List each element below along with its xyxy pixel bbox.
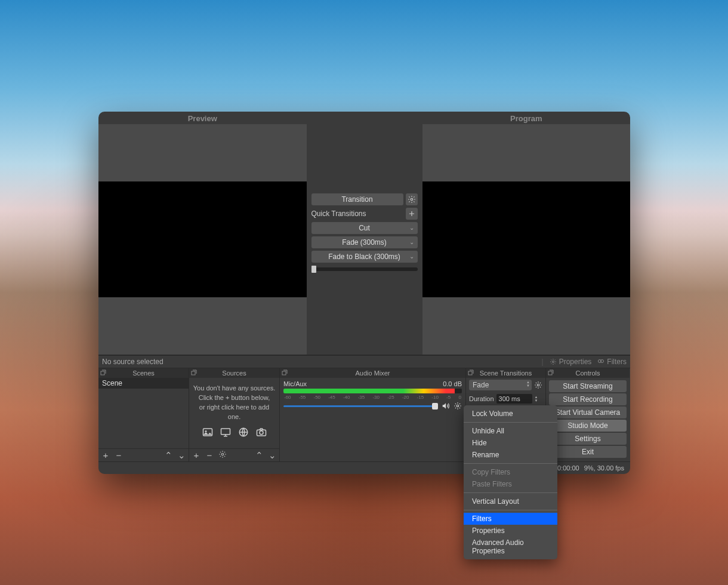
program-pane: Program [422,112,631,355]
studio-mode-button[interactable]: Studio Mode [549,420,627,432]
preview-video-area[interactable] [98,124,307,355]
filter-icon [597,358,604,365]
svg-point-12 [221,453,224,455]
cpu-fps: 9%, 30.00 fps [584,464,624,472]
transition-button[interactable]: Transition [311,193,403,205]
preview-title: Preview [98,112,307,124]
start-streaming-button[interactable]: Start Streaming [549,380,627,392]
remove-scene-button[interactable]: − [114,450,124,460]
context-menu-item[interactable]: Lock Volume [464,408,557,420]
source-down-button[interactable]: ⌄ [267,450,277,461]
scenes-panel: Scenes Scene + − ⌃ ⌄ [98,368,189,461]
sources-panel: Sources You don't have any sources. Clic… [189,368,280,461]
program-canvas [422,181,631,297]
start-virtual-camera-button[interactable]: Start Virtual Camera [549,407,627,418]
svg-point-1 [552,361,554,363]
context-menu-item[interactable]: Filters [464,513,557,525]
duration-stepper[interactable]: ▲▼ [535,395,538,402]
scene-down-button[interactable]: ⌄ [177,450,186,461]
audio-channel-micaux: Mic/Aux 0.0 dB -60-55-50-45-40-35-30-25-… [280,378,465,412]
scene-item[interactable]: Scene [98,378,189,389]
audio-mixer-title: Audio Mixer [355,370,390,377]
undock-icon[interactable] [547,369,554,376]
scenes-title: Scenes [132,370,155,377]
svg-point-0 [411,198,413,201]
svg-rect-5 [192,371,195,375]
source-properties-button[interactable]: Properties [550,358,592,366]
quick-transitions-label: Quick Transitions [311,208,403,219]
undock-icon[interactable] [190,369,198,376]
context-menu-item: Copy Filters [464,466,557,478]
svg-rect-17 [548,371,552,375]
context-menu-item[interactable]: Advanced Audio Properties [464,537,557,557]
exit-button[interactable]: Exit [549,446,627,458]
tbar-handle[interactable] [311,266,316,273]
speaker-icon[interactable] [442,402,450,410]
undock-icon[interactable] [281,369,288,376]
updown-icon: ▲▼ [526,380,530,387]
source-type-icons [193,427,276,438]
transition-properties-button[interactable] [534,381,542,389]
svg-point-16 [537,384,539,386]
gear-icon [408,195,416,204]
preview-pane: Preview [98,112,307,355]
obs-studio-window: Preview Transition Quick Transitions Cut… [98,112,630,474]
svg-rect-13 [282,371,286,375]
audio-volume-slider[interactable] [283,405,438,407]
add-quick-transition-button[interactable] [406,208,418,220]
no-source-text: No source selected [102,358,536,366]
sources-title: Sources [222,370,246,377]
studio-mode-area: Preview Transition Quick Transitions Cut… [98,112,630,355]
sources-empty-line2: Click the + button below, [193,393,276,403]
add-scene-button[interactable]: + [101,450,110,460]
context-menu-item[interactable]: Vertical Layout [464,495,557,507]
camera-icon [255,427,268,438]
program-video-area[interactable] [422,124,631,355]
svg-point-7 [205,430,206,432]
start-recording-button[interactable]: Start Recording [549,393,627,405]
preview-canvas [98,181,307,297]
image-icon [201,427,214,438]
undock-icon[interactable] [467,369,474,376]
audio-options-button[interactable] [454,402,462,410]
svg-point-11 [260,431,263,435]
tbar-slider[interactable] [311,267,418,271]
duration-field[interactable]: 300 ms [496,394,532,404]
gear-icon [218,450,227,458]
context-menu-item: Paste Filters [464,478,557,490]
transition-settings-button[interactable] [406,193,418,205]
source-filters-button[interactable]: Filters [597,358,627,366]
quick-transition-fade-to-black[interactable]: Fade to Black (300ms) [311,251,418,263]
scenes-list[interactable]: Scene [98,378,189,448]
duration-label: Duration [469,395,494,402]
settings-button[interactable]: Settings [549,433,627,445]
context-menu-item[interactable]: Properties [464,525,557,537]
slider-thumb[interactable] [432,403,438,410]
gear-icon [550,358,557,365]
quick-transition-cut[interactable]: Cut [311,222,418,234]
audio-level-value: 0.0 dB [443,380,462,387]
source-up-button[interactable]: ⌃ [254,450,264,461]
display-icon [219,427,232,438]
add-source-button[interactable]: + [192,450,201,460]
sources-list[interactable]: You don't have any sources. Click the + … [189,378,279,448]
source-settings-button[interactable] [218,450,227,460]
scene-up-button[interactable]: ⌃ [164,450,173,461]
transition-select[interactable]: Fade ▲▼ [469,380,532,390]
undock-icon[interactable] [100,369,107,376]
svg-point-14 [456,405,459,407]
transition-column: Transition Quick Transitions Cut Fade (3… [307,112,422,355]
globe-icon [237,427,250,438]
plus-icon [408,210,416,218]
context-menu-item[interactable]: Unhide All [464,425,557,437]
audio-mixer-panel: Audio Mixer Mic/Aux 0.0 dB -60-55-50-45-… [280,368,466,461]
audio-meter [283,389,462,393]
scene-transitions-title: Scene Transitions [480,370,532,377]
context-menu-item[interactable]: Rename [464,449,557,461]
program-title: Program [422,112,631,124]
svg-rect-4 [101,371,104,375]
svg-rect-15 [468,371,472,375]
context-menu-item[interactable]: Hide [464,437,557,449]
remove-source-button[interactable]: − [205,450,214,460]
quick-transition-fade[interactable]: Fade (300ms) [311,236,418,248]
